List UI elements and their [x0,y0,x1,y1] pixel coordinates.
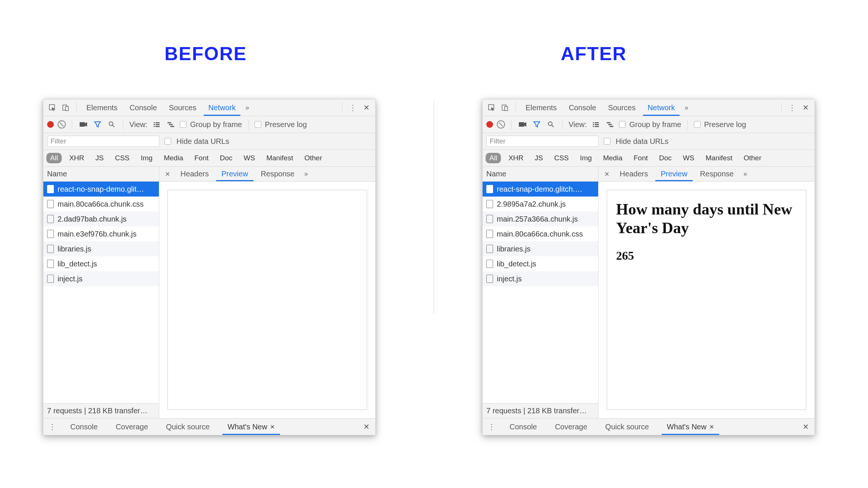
detail-tab-response[interactable]: Response [695,167,739,181]
search-icon[interactable] [546,119,556,130]
record-icon[interactable] [47,121,54,128]
waterfall-icon[interactable] [166,119,176,130]
tab-console[interactable]: Console [125,99,161,116]
overflow-tabs-icon[interactable]: » [243,104,252,112]
type-img[interactable]: Img [576,153,596,163]
type-img[interactable]: Img [137,153,157,163]
close-devtools-icon[interactable]: ✕ [361,102,372,113]
tab-elements[interactable]: Elements [521,99,561,116]
type-css[interactable]: CSS [111,153,133,163]
request-row[interactable]: react-no-snap-demo.glit… [43,182,159,197]
type-font[interactable]: Font [191,153,212,163]
tab-elements[interactable]: Elements [82,99,122,116]
clear-icon[interactable] [497,120,505,129]
detail-tab-headers[interactable]: Headers [175,167,214,181]
tab-network[interactable]: Network [643,99,679,116]
filter-icon[interactable] [532,119,542,130]
close-drawer-icon[interactable]: ✕ [361,421,372,432]
requests-header-name[interactable]: Name [43,167,159,182]
type-doc[interactable]: Doc [655,153,675,163]
request-row[interactable]: lib_detect.js [483,256,598,271]
overflow-detail-tabs-icon[interactable]: » [741,170,750,178]
request-row[interactable]: react-snap-demo.glitch.… [483,182,598,197]
type-media[interactable]: Media [599,153,626,163]
request-row[interactable]: inject.js [43,271,159,286]
type-manifest[interactable]: Manifest [262,153,297,163]
kebab-menu-icon[interactable]: ⋮ [348,102,358,113]
detail-tab-headers[interactable]: Headers [615,167,653,181]
waterfall-icon[interactable] [605,119,615,130]
type-xhr[interactable]: XHR [505,153,527,163]
search-icon[interactable] [107,119,117,130]
group-by-frame-checkbox[interactable] [619,121,626,128]
request-row[interactable]: 2.dad97bab.chunk.js [43,211,159,226]
tab-console[interactable]: Console [564,99,600,116]
detail-tab-preview[interactable]: Preview [216,167,253,181]
drawer-kebab-icon[interactable]: ⋮ [47,421,58,432]
camera-icon[interactable] [78,119,89,130]
close-devtools-icon[interactable]: ✕ [800,102,811,113]
device-toggle-icon[interactable] [500,102,510,113]
device-toggle-icon[interactable] [61,102,71,113]
tab-sources[interactable]: Sources [604,99,640,116]
type-xhr[interactable]: XHR [65,153,88,163]
record-icon[interactable] [486,121,493,128]
drawer-tab-whats-new[interactable]: What's New× [662,418,719,435]
request-row[interactable]: libraries.js [43,241,159,256]
large-rows-icon[interactable] [151,119,162,130]
type-manifest[interactable]: Manifest [702,153,736,163]
type-media[interactable]: Media [160,153,187,163]
drawer-tab-coverage[interactable]: Coverage [110,418,153,435]
inspect-icon[interactable] [486,102,497,113]
request-row[interactable]: lib_detect.js [43,256,159,271]
overflow-detail-tabs-icon[interactable]: » [302,170,310,178]
request-row[interactable]: libraries.js [483,241,598,256]
close-icon[interactable]: × [710,423,714,431]
type-other[interactable]: Other [740,153,765,163]
kebab-menu-icon[interactable]: ⋮ [787,102,797,113]
overflow-tabs-icon[interactable]: » [683,104,691,112]
camera-icon[interactable] [517,119,528,130]
type-js[interactable]: JS [92,153,107,163]
drawer-tab-quick-source[interactable]: Quick source [600,418,654,435]
tab-sources[interactable]: Sources [164,99,201,116]
request-row[interactable]: main.257a366a.chunk.js [483,211,598,226]
request-row[interactable]: main.80ca66ca.chunk.css [483,226,598,241]
inspect-icon[interactable] [47,102,58,113]
type-all[interactable]: All [486,153,501,163]
large-rows-icon[interactable] [591,119,601,130]
group-by-frame-checkbox[interactable] [180,121,187,128]
preserve-log-checkbox[interactable] [694,121,701,128]
type-doc[interactable]: Doc [216,153,236,163]
filter-icon[interactable] [92,119,103,130]
type-all[interactable]: All [46,153,62,163]
drawer-tab-whats-new[interactable]: What's New× [222,418,280,435]
drawer-tab-coverage[interactable]: Coverage [550,418,592,435]
request-row[interactable]: inject.js [483,271,598,286]
drawer-kebab-icon[interactable]: ⋮ [486,421,497,432]
filter-input[interactable]: Filter [486,136,598,147]
detail-tab-preview[interactable]: Preview [655,167,692,181]
request-row[interactable]: main.80ca66ca.chunk.css [43,197,159,211]
close-drawer-icon[interactable]: ✕ [800,421,811,432]
request-row[interactable]: 2.9895a7a2.chunk.js [483,197,598,211]
type-js[interactable]: JS [531,153,547,163]
tab-network[interactable]: Network [204,99,240,116]
preserve-log-checkbox[interactable] [255,121,261,128]
filter-input[interactable]: Filter [47,136,159,147]
close-details-icon[interactable]: × [601,169,612,179]
drawer-tab-console[interactable]: Console [65,418,103,435]
drawer-tab-console[interactable]: Console [504,418,542,435]
close-icon[interactable]: × [270,423,275,431]
type-css[interactable]: CSS [550,153,572,163]
drawer-tab-quick-source[interactable]: Quick source [161,418,215,435]
detail-tab-response[interactable]: Response [256,167,300,181]
type-other[interactable]: Other [301,153,326,163]
clear-icon[interactable] [58,120,66,129]
request-row[interactable]: main.e3ef976b.chunk.js [43,226,159,241]
type-ws[interactable]: WS [679,153,698,163]
hide-data-urls-checkbox[interactable] [164,138,171,145]
type-font[interactable]: Font [630,153,652,163]
close-details-icon[interactable]: × [162,169,173,179]
requests-header-name[interactable]: Name [483,167,598,182]
